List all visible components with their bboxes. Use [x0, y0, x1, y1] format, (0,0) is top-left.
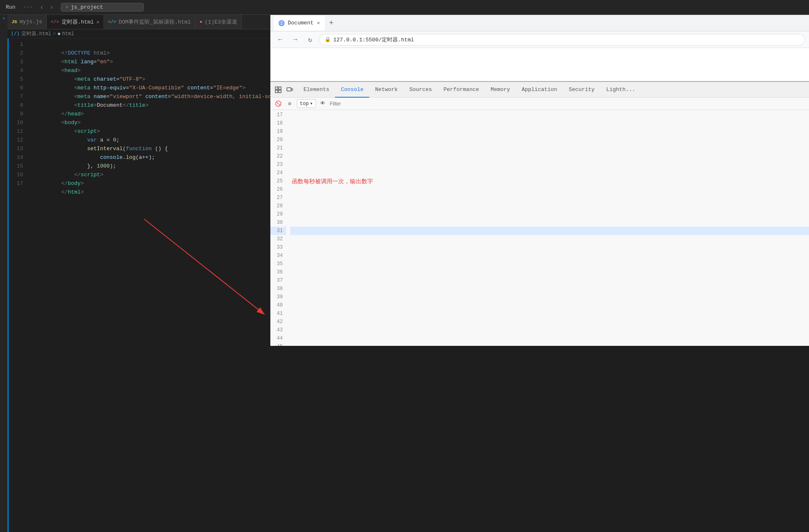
console-line-num-45: 45	[270, 343, 286, 346]
console-line-num-28: 28	[270, 202, 286, 210]
console-line-num-29: 29	[270, 210, 286, 218]
tab-dom[interactable]: </> DOM事件监听_鼠标滚轮.html	[104, 15, 195, 29]
console-row-29	[290, 210, 809, 218]
forward-arrow[interactable]: ›	[48, 4, 56, 11]
browser-url-bar[interactable]: 🔒 127.0.0.1:5500/定时器.html	[319, 34, 805, 46]
devtools-tab-network[interactable]: Network	[369, 82, 404, 98]
breadcrumb-tag: html	[62, 31, 74, 37]
console-line-num-24: 24	[270, 169, 286, 177]
console-line-num-42: 42	[270, 318, 286, 326]
devtools-tab-security[interactable]: Security	[563, 82, 600, 98]
devtools-tab-application[interactable]: Application	[516, 82, 563, 98]
console-row-17	[290, 111, 809, 119]
devtools-tab-performance-label: Performance	[443, 86, 479, 93]
console-clear-button[interactable]: 🚫	[274, 99, 283, 108]
devtools-tab-sources-label: Sources	[409, 86, 432, 93]
console-row-36	[290, 268, 809, 276]
console-filter-button[interactable]: ⊘	[285, 99, 294, 108]
devtools-tab-elements[interactable]: Elements	[298, 82, 335, 98]
browser-content-area	[270, 48, 809, 81]
top-menu-bar: Run ··· ‹ › ⌕ js_project	[0, 0, 809, 15]
tab-timer-close[interactable]: ✕	[96, 19, 99, 25]
console-context-dropdown[interactable]: top ▾	[297, 99, 316, 108]
console-line-num-40: 40	[270, 301, 286, 309]
lock-icon: 🔒	[325, 36, 331, 43]
console-eye-button[interactable]: 👁	[318, 99, 327, 108]
browser-back-button[interactable]: ←	[274, 34, 286, 46]
devtools-tab-performance[interactable]: Performance	[438, 82, 485, 98]
breadcrumb-tag-icon: ◆	[58, 31, 60, 37]
tab-myjs[interactable]: JS myjs.js	[7, 15, 47, 29]
tab-dom-label: DOM事件监听_鼠标滚轮.html	[119, 18, 191, 26]
browser-reload-button[interactable]: ↻	[304, 34, 316, 46]
console-row-41	[290, 309, 809, 318]
console-line-num-32: 32	[270, 235, 286, 243]
browser-tab-document[interactable]: Document ✕	[274, 16, 325, 31]
editor-section: JS myjs.js </> 定时器.html ✕ </> DOM事件监听_鼠标…	[7, 15, 270, 532]
console-line-num-30: 30	[270, 218, 286, 227]
console-row-43	[290, 326, 809, 334]
svg-rect-7	[287, 88, 291, 91]
console-line-num-21: 21	[270, 144, 286, 152]
browser-tab-favicon	[279, 20, 284, 26]
console-line-num-27: 27	[270, 194, 286, 202]
menu-dots[interactable]: ···	[23, 4, 32, 10]
tab-timer-label: 定时器.html	[62, 18, 94, 26]
console-row-27	[290, 194, 809, 202]
search-icon: ⌕	[65, 4, 68, 10]
console-line-num-22: 22	[270, 152, 286, 161]
e3-icon: ●	[200, 19, 202, 24]
devtools-tab-console[interactable]: Console	[335, 82, 369, 98]
console-line-num-17: 17	[270, 111, 286, 119]
devtools-tab-memory[interactable]: Memory	[485, 82, 516, 98]
tab-timer[interactable]: </> 定时器.html ✕	[47, 15, 104, 29]
console-line-num-35: 35	[270, 260, 286, 268]
svg-rect-5	[275, 90, 278, 93]
code-area: 12345 678910 1112131415 1617 <!DOCTYPE h…	[7, 38, 270, 532]
browser-tab-close[interactable]: ✕	[317, 20, 320, 26]
devtools-tab-sources[interactable]: Sources	[404, 82, 438, 98]
devtools-tab-lighthouse[interactable]: Lighth...	[600, 82, 641, 98]
code-line-1: <!DOCTYPE html>	[29, 40, 270, 49]
devtools-device-button[interactable]	[285, 85, 294, 94]
console-line-num-19: 19	[270, 127, 286, 136]
new-tab-button[interactable]: +	[327, 19, 335, 27]
tab-myjs-label: myjs.js	[19, 19, 42, 25]
console-context-chevron: ▾	[310, 101, 313, 107]
browser-tab-title: Document	[288, 20, 313, 26]
console-row-26	[290, 185, 809, 194]
project-search-bar[interactable]: ⌕ js_project	[61, 3, 144, 12]
sidebar-dot	[3, 17, 5, 19]
console-line-num-18: 18	[270, 119, 286, 127]
devtools-icon-buttons	[274, 85, 294, 94]
console-line-num-25: 25	[270, 177, 286, 185]
code-content[interactable]: <!DOCTYPE html> <html lang="en"> <head> …	[27, 38, 270, 532]
devtools-tab-lighthouse-label: Lighth...	[606, 86, 635, 93]
console-row-30	[290, 218, 809, 227]
run-button[interactable]: Run	[3, 3, 18, 11]
nav-arrows: ‹ ›	[38, 4, 56, 11]
main-area: JS myjs.js </> 定时器.html ✕ </> DOM事件监听_鼠标…	[0, 15, 809, 532]
console-filter-input[interactable]	[330, 100, 806, 108]
devtools-tab-elements-label: Elements	[303, 86, 329, 93]
left-sidebar	[0, 15, 7, 532]
html-icon: </>	[51, 19, 59, 24]
console-line-num-20: 20	[270, 136, 286, 144]
devtools-tab-network-label: Network	[375, 86, 398, 93]
console-annotation-text: 函数每秒被调用一次，输出数字	[292, 177, 373, 185]
back-arrow[interactable]: ‹	[38, 4, 46, 11]
tab-e3[interactable]: ● (1)E3全渠道	[195, 15, 242, 29]
browser-url-text: 127.0.0.1:5500/定时器.html	[333, 36, 414, 43]
breadcrumb-file: 定时器.html	[22, 30, 51, 37]
console-row-21	[290, 144, 809, 152]
svg-rect-3	[275, 87, 278, 89]
console-context-label: top	[300, 101, 309, 107]
console-row-28	[290, 202, 809, 210]
svg-rect-8	[291, 89, 293, 91]
devtools-inspect-button[interactable]	[274, 85, 283, 94]
line-numbers: 12345 678910 1112131415 1617	[9, 38, 27, 532]
console-line-num-31: 31	[270, 227, 286, 235]
console-row-24	[290, 169, 809, 177]
browser-forward-button[interactable]: →	[289, 34, 301, 46]
console-row-34	[290, 252, 809, 260]
